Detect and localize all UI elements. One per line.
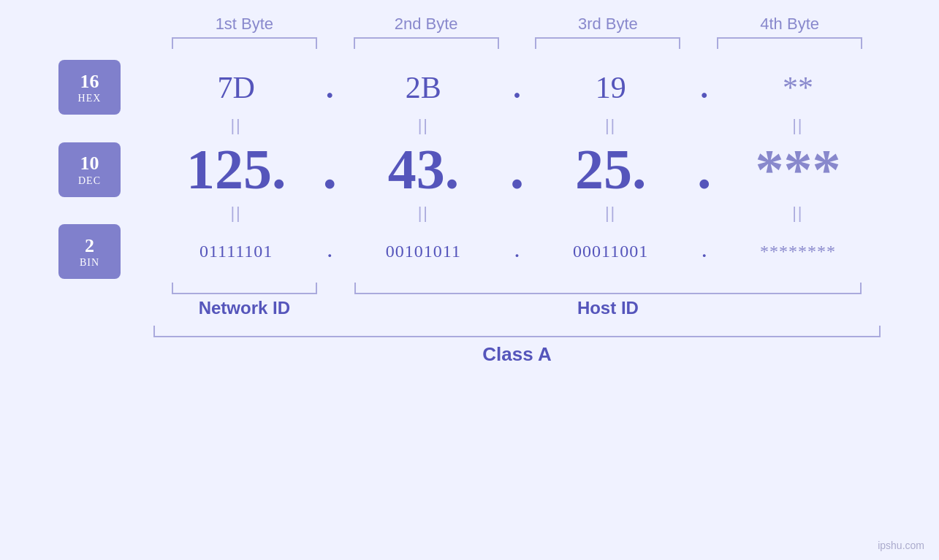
hex-name: HEX: [78, 93, 102, 104]
dec-values: 125. . 43. . 25. . ***: [153, 137, 881, 202]
equals-1: || || || ||: [153, 115, 881, 137]
bin-val-3: 00011001: [528, 242, 693, 261]
hex-val-1: 7D: [153, 70, 319, 105]
bracket-cell-4: [699, 37, 881, 49]
bin-dot-3: .: [693, 242, 715, 261]
network-id-label: Network ID: [199, 298, 290, 318]
class-label: Class A: [482, 343, 551, 365]
hex-badge: 16 HEX: [58, 60, 121, 115]
network-label-wrap: Network ID: [153, 298, 335, 318]
bracket-top-4: [717, 37, 862, 49]
byte3-label: 3rd Byte: [517, 15, 699, 34]
bin-badge: 2 BIN: [58, 224, 121, 279]
host-bracket: [354, 283, 862, 294]
dec-val-1: 125.: [153, 137, 319, 202]
network-host-labels: Network ID Host ID: [153, 298, 881, 318]
hex-val-4: **: [715, 70, 881, 105]
bin-base-col: 2 BIN: [58, 224, 153, 279]
byte4-label: 4th Byte: [699, 15, 881, 34]
eq2-4: ||: [715, 204, 881, 223]
class-label-wrap: Class A: [153, 343, 881, 366]
top-brackets: [58, 37, 881, 49]
dec-val-2: 43.: [341, 137, 506, 202]
bottom-section: Network ID Host ID: [58, 283, 881, 318]
equals-2: || || || ||: [153, 202, 881, 224]
main-container: 1st Byte 2nd Byte 3rd Byte 4th Byte 16 H…: [0, 0, 939, 560]
bracket-top-2: [354, 37, 499, 49]
bin-val-4: ********: [715, 242, 881, 261]
hex-val-2: 2B: [341, 70, 506, 105]
eq2-2: ||: [341, 204, 506, 223]
hex-dot-3: .: [693, 70, 715, 105]
eq2-3: ||: [528, 204, 693, 223]
dec-badge: 10 DEC: [58, 142, 121, 197]
dec-name: DEC: [78, 175, 101, 187]
eq1-3: ||: [528, 116, 693, 135]
bracket-cell-2: [335, 37, 517, 49]
class-bracket: [153, 326, 881, 337]
hex-base-col: 16 HEX: [58, 60, 153, 115]
equals-row-2: || || || ||: [58, 202, 881, 224]
byte-headers: 1st Byte 2nd Byte 3rd Byte 4th Byte: [58, 15, 881, 34]
byte1-label: 1st Byte: [153, 15, 335, 34]
hex-dot-1: .: [319, 70, 341, 105]
host-id-label: Host ID: [577, 298, 639, 318]
eq1-4: ||: [715, 116, 881, 135]
eq1-2: ||: [341, 116, 506, 135]
dec-val-4: ***: [715, 137, 881, 202]
dec-val-3: 25.: [528, 137, 693, 202]
network-bracket: [172, 283, 317, 294]
bin-val-1: 01111101: [153, 242, 319, 261]
bin-row: 2 BIN 01111101 . 00101011 . 00011001 . *…: [58, 224, 881, 279]
bracket-cell-3: [517, 37, 699, 49]
bottom-brackets: [153, 283, 881, 294]
network-bracket-wrap: [153, 283, 335, 294]
hex-values: 7D . 2B . 19 . **: [153, 70, 881, 105]
bin-dot-2: .: [506, 242, 528, 261]
bin-num: 2: [85, 234, 94, 257]
dec-dot-2: .: [506, 137, 528, 202]
dec-num: 10: [80, 152, 99, 174]
bin-name: BIN: [80, 257, 99, 269]
bracket-top-1: [172, 37, 317, 49]
eq1-1: ||: [153, 116, 319, 135]
hex-num: 16: [80, 70, 99, 93]
dec-dot-1: .: [319, 137, 341, 202]
dec-row: 10 DEC 125. . 43. . 25. . ***: [58, 137, 881, 202]
hex-val-3: 19: [528, 70, 693, 105]
eq2-1: ||: [153, 204, 319, 223]
byte2-label: 2nd Byte: [335, 15, 517, 34]
hex-dot-2: .: [506, 70, 528, 105]
bin-val-2: 00101011: [341, 242, 506, 261]
dec-dot-3: .: [693, 137, 715, 202]
hex-row: 16 HEX 7D . 2B . 19 . **: [58, 60, 881, 115]
dec-base-col: 10 DEC: [58, 142, 153, 197]
watermark: ipshu.com: [878, 540, 924, 551]
bracket-top-3: [535, 37, 680, 49]
class-section: Class A: [58, 326, 881, 366]
host-label-wrap: Host ID: [335, 298, 881, 318]
bracket-cell-1: [153, 37, 335, 49]
host-bracket-wrap: [335, 283, 881, 294]
equals-row-1: || || || ||: [58, 115, 881, 137]
bin-dot-1: .: [319, 242, 341, 261]
bin-values: 01111101 . 00101011 . 00011001 . *******…: [153, 242, 881, 261]
